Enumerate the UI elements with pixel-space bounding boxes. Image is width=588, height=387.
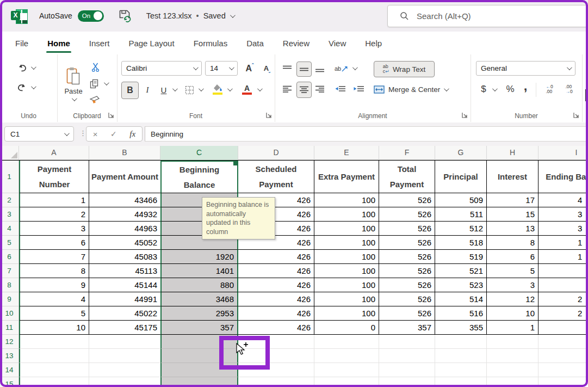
cell-H13[interactable]: [487, 349, 539, 363]
cell-C7[interactable]: 1401: [160, 264, 238, 278]
cell-E1[interactable]: Extra Payment: [314, 161, 379, 193]
cell-D9[interactable]: 426: [238, 292, 314, 306]
italic-button[interactable]: I: [141, 82, 154, 98]
merge-center-button[interactable]: Merge & Center: [374, 82, 465, 97]
cell-G6[interactable]: 519: [435, 250, 487, 264]
wrap-text-button[interactable]: abc↵ Wrap Text: [374, 61, 435, 77]
cell-F9[interactable]: 526: [379, 292, 435, 306]
cell-B13[interactable]: [89, 349, 160, 363]
cell-B7[interactable]: 45113: [89, 264, 160, 278]
cell-B8[interactable]: 45144: [89, 278, 160, 292]
cell-F12[interactable]: [379, 335, 435, 349]
increase-font-size-button[interactable]: Aˆ: [242, 61, 257, 76]
cell-I8[interactable]: [539, 278, 588, 292]
save-icon[interactable]: [118, 9, 132, 22]
cell-E6[interactable]: 100: [314, 250, 379, 264]
font-dialog-launcher[interactable]: [266, 112, 272, 118]
cell-I10[interactable]: 2: [539, 306, 588, 321]
select-all-corner[interactable]: [0, 146, 19, 160]
cell-G12[interactable]: [435, 335, 487, 349]
cell-G5[interactable]: 518: [435, 236, 487, 250]
underline-dropdown[interactable]: [172, 86, 178, 91]
align-left-button[interactable]: [280, 82, 294, 97]
cell-H6[interactable]: 6: [487, 250, 539, 264]
cell-F10[interactable]: 526: [379, 306, 435, 321]
cell-D8[interactable]: 426: [238, 278, 314, 292]
cell-F15[interactable]: [379, 377, 435, 387]
cell-E13[interactable]: [314, 349, 379, 363]
column-header-I[interactable]: I: [539, 146, 588, 160]
row-header-1[interactable]: 1: [0, 161, 19, 193]
cell-H10[interactable]: 10: [487, 306, 539, 321]
cell-I3[interactable]: 3: [539, 207, 588, 222]
cell-B1[interactable]: Payment Amount: [89, 161, 160, 193]
cell-C15[interactable]: [160, 377, 238, 387]
cell-A15[interactable]: [19, 377, 89, 387]
row-header-11[interactable]: 11: [0, 321, 19, 335]
cell-E2[interactable]: 100: [314, 193, 379, 207]
redo-dropdown[interactable]: [30, 84, 36, 89]
cell-I9[interactable]: 2: [539, 292, 588, 306]
orientation-dropdown[interactable]: [352, 65, 358, 70]
cell-B15[interactable]: [89, 377, 160, 387]
comma-style-button[interactable]: ,: [521, 78, 530, 94]
row-header-10[interactable]: 10: [0, 306, 19, 321]
cell-F5[interactable]: 526: [379, 236, 435, 250]
align-top-button[interactable]: [280, 62, 294, 76]
cell-I14[interactable]: [539, 363, 588, 377]
fill-color-dropdown[interactable]: [227, 86, 233, 91]
cell-B14[interactable]: [89, 363, 160, 377]
cell-B5[interactable]: 45052: [89, 236, 160, 250]
cell-E4[interactable]: 100: [314, 222, 379, 236]
cell-A2[interactable]: 1: [19, 193, 89, 207]
cell-B6[interactable]: 45083: [89, 250, 160, 264]
cell-A11[interactable]: 10: [19, 321, 89, 335]
cell-I13[interactable]: [539, 349, 588, 363]
row-header-12[interactable]: 12: [0, 335, 19, 349]
cell-I12[interactable]: [539, 335, 588, 349]
align-bottom-button[interactable]: [313, 62, 327, 76]
row-header-13[interactable]: 13: [0, 349, 19, 363]
cell-E11[interactable]: 0: [314, 321, 379, 335]
cell-H2[interactable]: 17: [487, 193, 539, 207]
copy-dropdown[interactable]: [104, 80, 109, 85]
cell-F11[interactable]: 357: [379, 321, 435, 335]
enter-button[interactable]: ✓: [110, 130, 117, 138]
name-box-dropdown[interactable]: [64, 131, 70, 136]
cell-C1[interactable]: Beginning Balance: [160, 161, 238, 193]
cell-G3[interactable]: 511: [435, 207, 487, 222]
merge-center-dropdown[interactable]: [444, 86, 449, 91]
cell-F6[interactable]: 526: [379, 250, 435, 264]
cell-G11[interactable]: 355: [435, 321, 487, 335]
cell-G8[interactable]: 523: [435, 278, 487, 292]
autosave-toggle[interactable]: On: [78, 10, 104, 22]
row-header-6[interactable]: 6: [0, 250, 19, 264]
tab-home[interactable]: Home: [46, 35, 71, 51]
row-header-2[interactable]: 2: [0, 193, 19, 207]
cell-A12[interactable]: [19, 335, 89, 349]
tab-view[interactable]: View: [327, 35, 347, 51]
cell-D7[interactable]: 426: [238, 264, 314, 278]
tab-review[interactable]: Review: [282, 35, 311, 51]
cell-A8[interactable]: 9: [19, 278, 89, 292]
cell-A14[interactable]: [19, 363, 89, 377]
paste-button[interactable]: Paste: [60, 58, 86, 110]
cell-H5[interactable]: 8: [487, 236, 539, 250]
cell-C6[interactable]: 1920: [160, 250, 238, 264]
cell-I4[interactable]: 3: [539, 222, 588, 236]
undo-dropdown[interactable]: [30, 64, 36, 70]
search-input[interactable]: Search (Alt+Q): [387, 5, 588, 27]
cell-D6[interactable]: 426: [238, 250, 314, 264]
cell-B9[interactable]: 44991: [89, 292, 160, 306]
cell-H1[interactable]: Interest: [487, 161, 539, 193]
cell-E15[interactable]: [314, 377, 379, 387]
number-format-select[interactable]: General: [476, 61, 575, 76]
cell-C10[interactable]: 2953: [160, 306, 238, 321]
font-color-dropdown[interactable]: [257, 86, 263, 91]
cell-A10[interactable]: 5: [19, 306, 89, 321]
cell-E10[interactable]: 100: [314, 306, 379, 321]
tab-help[interactable]: Help: [364, 35, 383, 51]
cell-B2[interactable]: 43466: [89, 193, 160, 207]
cell-D1[interactable]: Scheduled Payment: [238, 161, 314, 193]
cell-H8[interactable]: 3: [487, 278, 539, 292]
